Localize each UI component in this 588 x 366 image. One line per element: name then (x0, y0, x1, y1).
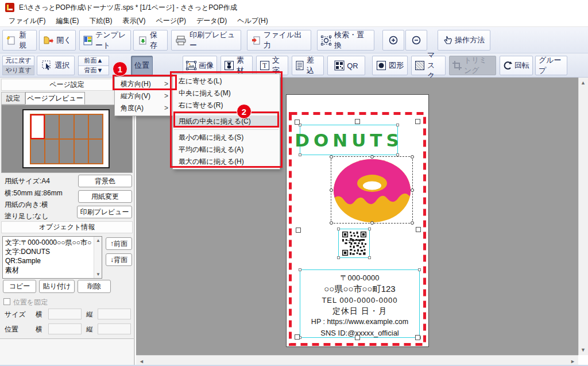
material-icon (224, 60, 234, 71)
scroll-down-icon[interactable]: ▼ (94, 272, 102, 277)
menu-file[interactable]: ファイル(F) (3, 15, 51, 27)
new-button[interactable]: 新規 (2, 30, 37, 51)
bg-color-button[interactable]: 背景色 (78, 175, 132, 187)
selection-handle[interactable] (295, 334, 300, 340)
scroll-up-icon[interactable]: ▲ (579, 79, 587, 87)
zoom-out-button[interactable] (405, 30, 427, 51)
paper-change-button[interactable]: 用紙変更 (78, 190, 132, 203)
save-button[interactable]: 保存 (133, 30, 168, 51)
delete-button[interactable]: 削除 (78, 280, 111, 293)
fix-position-checkbox[interactable] (3, 298, 10, 305)
size-height-field[interactable] (98, 309, 131, 319)
address-line: ○○県○○市○○町123 (300, 283, 419, 295)
address-line: HP : https://www.example.com (300, 317, 419, 328)
shape-button[interactable]: 図形 (372, 56, 408, 75)
open-button[interactable]: 開く (39, 30, 76, 51)
send-back-button[interactable]: 背面▼ (78, 66, 109, 76)
search-replace-button[interactable]: 検索・置換 (317, 30, 374, 51)
object-to-front-button[interactable]: ↑前面 (106, 237, 132, 250)
print-preview-side-button[interactable]: 印刷プレビュー (77, 206, 132, 218)
menu-page[interactable]: ページ(P) (150, 15, 191, 27)
group-button[interactable]: グループ (535, 56, 567, 75)
object-list-item[interactable]: 文字:DONUTS (5, 247, 92, 256)
rotate-button[interactable]: 回転 (500, 56, 533, 75)
qr-code-object[interactable] (338, 229, 370, 258)
how-to-button[interactable]: 操作方法 (438, 30, 490, 51)
position-button[interactable]: 位置 (131, 56, 153, 75)
pop-card[interactable]: DONUTS (286, 94, 429, 347)
menu-sketch[interactable]: 下絵(B) (84, 15, 117, 27)
address-text-object[interactable]: 〒000-0000 ○○県○○市○○町123 TEL 000-0000-0000… (300, 269, 420, 338)
menu-help[interactable]: ヘルプ(H) (232, 15, 273, 27)
copy-button[interactable]: コピー (3, 280, 36, 293)
mask-button[interactable]: マスク (411, 56, 446, 75)
scroll-up-icon[interactable]: ▲ (94, 238, 102, 243)
merge-button[interactable]: 差込 (292, 56, 324, 75)
paper-size-label: 用紙サイズ:A4 (5, 176, 50, 186)
tab-settings[interactable]: 設定 (1, 92, 25, 105)
scroll-left-icon[interactable]: ◄ (137, 357, 146, 365)
title-text-object[interactable]: DONUTS (300, 125, 398, 155)
position-x-field[interactable] (48, 323, 82, 334)
selection-handle[interactable] (295, 120, 300, 125)
object-list-scrollbar[interactable]: ▲ ▼ (94, 237, 102, 278)
fix-position-label: 位置を固定 (13, 298, 48, 307)
address-line: 〒000-0000 (300, 273, 419, 283)
title-bar: E:\ささっとPOP作成\ドーナツ店.sps * [1/1ページ] - ささっと… (0, 0, 588, 15)
bring-front-button[interactable]: 前面▲ (78, 56, 109, 66)
undo-button[interactable]: 元に戻す (2, 56, 34, 66)
selection-handle[interactable] (355, 335, 360, 340)
text-icon: T (260, 60, 270, 71)
submenu-arrow-icon: > (164, 90, 168, 102)
trim-button: トリミング (449, 56, 496, 75)
selection-handle[interactable] (296, 228, 301, 233)
position-label: 位置 (5, 325, 18, 334)
object-list-item[interactable]: QR:Sample (5, 256, 92, 265)
scroll-right-icon[interactable]: ► (568, 357, 577, 365)
size-width-field[interactable] (48, 309, 82, 319)
app-icon (5, 3, 14, 12)
annotation-box-step2 (173, 111, 279, 128)
selection-handle[interactable] (416, 227, 421, 232)
paste-button[interactable]: 貼り付け (39, 280, 75, 293)
qr-icon (334, 60, 345, 71)
menu-view[interactable]: 表示(V) (117, 15, 150, 27)
selection-handle[interactable] (415, 119, 420, 124)
object-list-item[interactable]: 素材 (5, 265, 92, 275)
object-to-back-button[interactable]: ↓背面 (106, 253, 132, 266)
selection-handle[interactable] (355, 119, 360, 124)
preview-paper (22, 109, 110, 168)
menu-item-vertical[interactable]: 縦方向(V)> (115, 90, 173, 102)
print-preview-button[interactable]: 印刷プレビュー (171, 30, 241, 51)
printer-icon (175, 36, 187, 45)
tab-page-preview[interactable]: ページプレビュー (25, 92, 85, 105)
edit-toolbar: 元に戻す やり直す 選択 前面▲ 背面▼ 位置 画像 素材 T 文字 差込 (0, 53, 588, 78)
select-button[interactable]: 選択 (37, 56, 75, 75)
preview-cell-active (30, 114, 45, 139)
menu-edit[interactable]: 編集(E) (51, 15, 84, 27)
annotation-box-step1 (113, 75, 177, 90)
menu-data[interactable]: データ(D) (191, 15, 232, 27)
file-output-button[interactable]: ファイル出力 (247, 30, 311, 51)
mask-icon (415, 60, 425, 71)
object-list-item[interactable]: 文字:〒000-0000○○県○○市○ (5, 238, 92, 247)
template-button[interactable]: テンプレート (79, 30, 131, 51)
zoom-in-button[interactable] (382, 30, 404, 51)
vertical-scrollbar[interactable]: ▲ ▼ (578, 78, 588, 355)
qr-button[interactable]: QR (327, 56, 365, 75)
left-panel: ページ設定 設定 ページプレビュー 用紙サイズ:A4 横:50mm 縦:86mm… (0, 78, 135, 366)
selection-handle[interactable] (415, 335, 420, 340)
size-label: サイズ (5, 310, 26, 319)
object-list[interactable]: 文字:〒000-0000○○県○○市○ 文字:DONUTS QR:Sample … (2, 236, 102, 279)
address-line: 定休日 日・月 (300, 306, 419, 317)
save-icon (137, 36, 147, 45)
redo-button[interactable]: やり直す (2, 66, 34, 76)
menu-item-angle[interactable]: 角度(A)> (115, 102, 173, 114)
zoom-out-icon (411, 35, 421, 45)
scroll-down-icon[interactable]: ▼ (579, 346, 587, 354)
position-y-field[interactable] (98, 323, 131, 334)
main-toolbar: 新規 開く テンプレート 保存 印刷プレビュー ファイル出力 検索・置換 (0, 27, 588, 53)
svg-text:T: T (262, 61, 267, 70)
zoom-in-icon (388, 35, 399, 45)
donut-image-object[interactable] (331, 156, 413, 224)
